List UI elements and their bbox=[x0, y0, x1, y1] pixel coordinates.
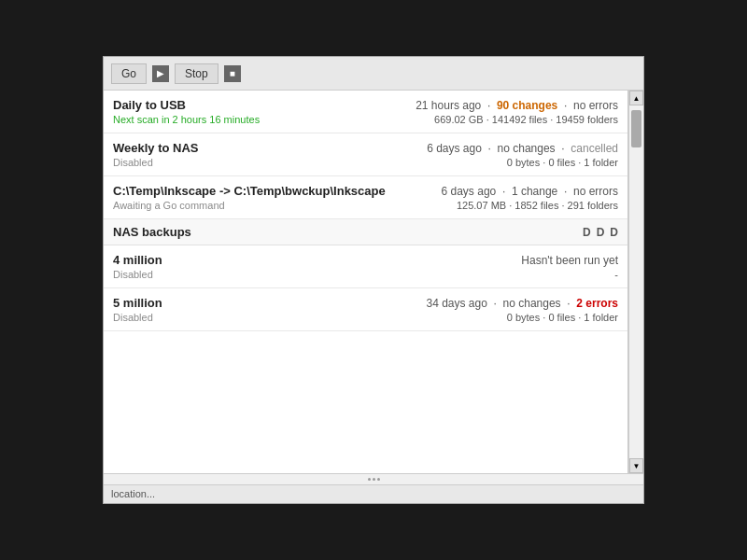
scrollbar-inner bbox=[104, 474, 643, 484]
section-actions: D D D bbox=[583, 226, 618, 239]
backup-status: Hasn't been run yet bbox=[521, 254, 618, 267]
backup-status: 6 days ago · 1 change · no errors bbox=[442, 185, 618, 198]
scrollbar-thumb[interactable] bbox=[631, 110, 641, 147]
section-header-wrapper: + NAS backups D D D bbox=[104, 219, 627, 245]
backup-status: 34 days ago · no changes · 2 errors bbox=[427, 297, 619, 310]
scroll-up-button[interactable]: ▲ bbox=[629, 91, 643, 105]
backup-stats: - bbox=[614, 269, 618, 280]
not-run-status: Hasn't been run yet bbox=[521, 254, 618, 267]
list-item[interactable]: 5 million 34 days ago · no changes · 2 e… bbox=[104, 288, 627, 331]
toolbar: Go ▶ Stop ■ bbox=[104, 57, 643, 91]
scrollbar-track[interactable] bbox=[629, 105, 643, 458]
changes-count: 1 change bbox=[512, 185, 557, 198]
backup-row-main: Weekly to NAS 6 days ago · no changes · … bbox=[113, 141, 618, 155]
changes-count: no changes bbox=[503, 297, 561, 310]
errors-status: no errors bbox=[573, 99, 618, 112]
stop-icon: ■ bbox=[224, 65, 241, 82]
errors-status: 2 errors bbox=[576, 297, 618, 310]
backup-row-sub: Disabled 0 bytes · 0 files · 1 folder bbox=[113, 157, 618, 168]
section-action-d3[interactable]: D bbox=[610, 226, 618, 239]
backup-status: 6 days ago · no changes · cancelled bbox=[427, 142, 618, 155]
list-item[interactable]: C:\Temp\Inkscape -> C:\Temp\bwckup\Inksc… bbox=[104, 176, 627, 219]
section-header: NAS backups D D D bbox=[104, 219, 627, 245]
backup-stats: 669.02 GB · 141492 files · 19459 folders bbox=[434, 114, 618, 125]
backup-name: Weekly to NAS bbox=[113, 141, 199, 155]
backup-row-sub: Next scan in 2 hours 16 minutes 669.02 G… bbox=[113, 114, 618, 125]
schedule-status: Disabled bbox=[113, 157, 153, 168]
backup-name: 5 million bbox=[113, 296, 162, 310]
errors-status: cancelled bbox=[571, 142, 618, 155]
backup-stats: 0 bytes · 0 files · 1 folder bbox=[507, 312, 618, 323]
backup-row-sub: Disabled - bbox=[113, 269, 618, 280]
backup-list: Daily to USB 21 hours ago · 90 changes ·… bbox=[104, 91, 628, 473]
schedule-status: Disabled bbox=[113, 269, 153, 280]
changes-count: 90 changes bbox=[497, 99, 557, 112]
schedule-status: Awaiting a Go command bbox=[113, 200, 225, 211]
go-icon: ▶ bbox=[152, 65, 169, 82]
backup-stats: 0 bytes · 0 files · 1 folder bbox=[507, 157, 618, 168]
main-window: Go ▶ Stop ■ Daily to USB 21 hours ago · … bbox=[103, 56, 644, 504]
errors-status: no errors bbox=[573, 185, 618, 198]
section-action-d2[interactable]: D bbox=[597, 226, 605, 239]
section-action-d1[interactable]: D bbox=[583, 226, 591, 239]
backup-row-sub: Disabled 0 bytes · 0 files · 1 folder bbox=[113, 312, 618, 323]
horizontal-scrollbar[interactable] bbox=[104, 473, 643, 484]
list-item[interactable]: Daily to USB 21 hours ago · 90 changes ·… bbox=[104, 91, 627, 133]
backup-row-main: C:\Temp\Inkscape -> C:\Temp\bwckup\Inksc… bbox=[113, 184, 618, 198]
backup-row-main: 5 million 34 days ago · no changes · 2 e… bbox=[113, 296, 618, 310]
backup-name: 4 million bbox=[113, 253, 162, 267]
backup-row-main: 4 million Hasn't been run yet bbox=[113, 253, 618, 267]
dot bbox=[368, 478, 371, 481]
status-text: location... bbox=[111, 488, 155, 499]
scroll-down-button[interactable]: ▼ bbox=[629, 458, 643, 473]
scrollbar[interactable]: ▲ ▼ bbox=[628, 91, 643, 473]
next-scan: Next scan in 2 hours 16 minutes bbox=[113, 114, 260, 125]
backup-status: 21 hours ago · 90 changes · no errors bbox=[416, 99, 618, 112]
backup-row-main: Daily to USB 21 hours ago · 90 changes ·… bbox=[113, 98, 618, 112]
scroll-indicator bbox=[368, 478, 380, 481]
dot bbox=[377, 478, 380, 481]
dot bbox=[373, 478, 375, 481]
stop-button[interactable]: Stop bbox=[175, 63, 218, 84]
changes-count: no changes bbox=[498, 142, 556, 155]
status-bar: location... bbox=[104, 484, 643, 503]
schedule-status: Disabled bbox=[113, 312, 153, 323]
go-button[interactable]: Go bbox=[111, 63, 147, 84]
backup-name: C:\Temp\Inkscape -> C:\Temp\bwckup\Inksc… bbox=[113, 184, 386, 198]
content-area: Daily to USB 21 hours ago · 90 changes ·… bbox=[104, 91, 643, 473]
backup-name: Daily to USB bbox=[113, 98, 186, 112]
backup-stats: 125.07 MB · 1852 files · 291 folders bbox=[457, 200, 618, 211]
section-name: NAS backups bbox=[113, 225, 191, 239]
list-item[interactable]: Weekly to NAS 6 days ago · no changes · … bbox=[104, 133, 627, 176]
list-item[interactable]: 4 million Hasn't been run yet Disabled - bbox=[104, 245, 627, 288]
backup-row-sub: Awaiting a Go command 125.07 MB · 1852 f… bbox=[113, 200, 618, 211]
